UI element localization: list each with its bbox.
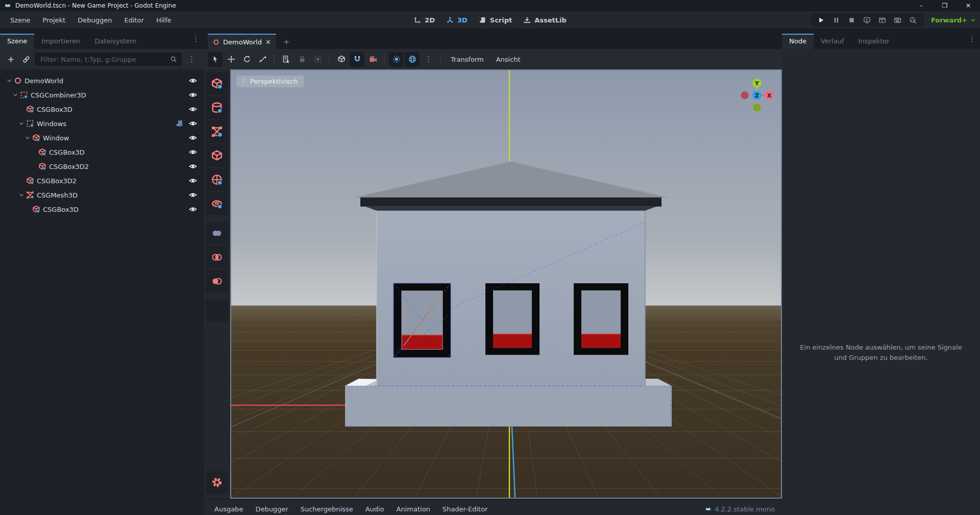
- preview-sun-button[interactable]: [389, 52, 404, 67]
- gizmo-neg-y-ball[interactable]: [753, 104, 761, 111]
- visibility-eye-icon[interactable]: [189, 205, 197, 213]
- collapse-icon[interactable]: [5, 77, 13, 85]
- menu-editor[interactable]: Editor: [118, 13, 150, 27]
- scene-filter-input[interactable]: [39, 55, 167, 64]
- workspace-assetlib-button[interactable]: AssetLib: [523, 16, 567, 24]
- menu-szene[interactable]: Szene: [4, 13, 36, 27]
- tab-dateisystem[interactable]: Dateisystem: [87, 34, 143, 49]
- ansicht-menu[interactable]: Ansicht: [491, 53, 526, 66]
- visibility-eye-icon[interactable]: [189, 162, 197, 170]
- visibility-eye-icon[interactable]: [189, 191, 197, 199]
- movie-maker-icon: [909, 16, 917, 24]
- close-button[interactable]: ✕: [957, 0, 980, 11]
- tree-row-csgmesh3d[interactable]: CSGMesh3D: [0, 188, 204, 202]
- bottom-tab-suchergebnisse[interactable]: Suchergebnisse: [295, 503, 359, 515]
- csg-polygon-button[interactable]: [206, 144, 228, 167]
- sun-environment-menu-icon[interactable]: ⋮: [421, 56, 436, 63]
- csg-box-icon: [211, 78, 223, 90]
- local-space-button[interactable]: [334, 52, 349, 67]
- tree-row-windows[interactable]: Windows: [0, 116, 204, 131]
- gizmo-neg-x-ball[interactable]: [741, 91, 749, 99]
- menu-debuggen[interactable]: Debuggen: [71, 13, 118, 27]
- tab-inspektor[interactable]: Inspektor: [851, 34, 897, 49]
- visibility-eye-icon[interactable]: [189, 77, 197, 85]
- tree-row-csgbox3d2[interactable]: CSGBox3D2: [0, 174, 204, 188]
- visibility-eye-icon[interactable]: [189, 177, 197, 185]
- close-tab-icon[interactable]: ✕: [265, 38, 271, 46]
- bottom-tab-ausgabe[interactable]: Ausgabe: [209, 503, 249, 515]
- lock-node-button[interactable]: [295, 52, 309, 67]
- script-icon[interactable]: [176, 119, 184, 128]
- tab-node[interactable]: Node: [782, 34, 814, 49]
- bottom-tab-shader-editor[interactable]: Shader-Editor: [437, 503, 493, 515]
- csg-sphere-button[interactable]: [206, 168, 228, 191]
- camera-preview-button[interactable]: [365, 52, 380, 67]
- play-scene-button[interactable]: [876, 14, 889, 26]
- projection-menu-button[interactable]: ⋮ Perspektivisch: [236, 76, 304, 87]
- workspace-2d-button[interactable]: 2D: [413, 16, 435, 24]
- visibility-eye-icon[interactable]: [189, 105, 197, 113]
- scene-tab-demoworld[interactable]: DemoWorld ✕: [208, 34, 276, 49]
- csg-subtraction-button[interactable]: [206, 270, 228, 292]
- visibility-eye-icon[interactable]: [189, 134, 197, 142]
- stop-button[interactable]: [845, 14, 859, 26]
- visibility-eye-icon[interactable]: [189, 148, 197, 156]
- viewport-3d[interactable]: Y X Z ⋮ Perspektivisch: [230, 69, 782, 499]
- transform-menu[interactable]: Transform: [445, 53, 489, 66]
- workspace-3d-button[interactable]: 3D: [446, 16, 468, 24]
- bottom-tab-animation[interactable]: Animation: [391, 503, 436, 515]
- tree-row-csgbox3d[interactable]: CSGBox3D: [0, 102, 204, 116]
- movie-maker-button[interactable]: [906, 14, 920, 26]
- left-dock-menu-icon[interactable]: ⋮: [188, 35, 204, 43]
- tab-szene[interactable]: Szene: [0, 34, 34, 49]
- csg-box-button[interactable]: [206, 72, 228, 95]
- menu-projekt[interactable]: Projekt: [36, 13, 71, 27]
- bottom-tab-audio[interactable]: Audio: [360, 503, 390, 515]
- collapse-icon[interactable]: [17, 120, 25, 128]
- csg-union-button[interactable]: [206, 222, 228, 244]
- tab-importieren[interactable]: Importieren: [34, 34, 87, 49]
- list-select-button[interactable]: [279, 52, 293, 67]
- new-scene-tab-button[interactable]: ＋: [276, 34, 297, 49]
- tree-row-window[interactable]: Window: [0, 131, 204, 145]
- add-node-button[interactable]: [4, 53, 17, 66]
- tab-verlauf[interactable]: Verlauf: [814, 34, 851, 49]
- visibility-eye-icon[interactable]: [189, 119, 197, 128]
- play-custom-scene-button[interactable]: [891, 14, 904, 26]
- minimize-button[interactable]: –: [910, 0, 933, 11]
- csg-cylinder-button[interactable]: [206, 96, 228, 119]
- preview-environment-button[interactable]: [405, 52, 420, 67]
- move-tool-button[interactable]: [224, 52, 238, 67]
- instance-scene-button[interactable]: [19, 53, 33, 66]
- restore-button[interactable]: ❐: [933, 0, 957, 11]
- select-tool-button[interactable]: [208, 52, 223, 67]
- group-node-button[interactable]: [310, 52, 325, 67]
- play-button[interactable]: [815, 14, 828, 26]
- collapse-icon[interactable]: [23, 134, 31, 142]
- workspace-script-button[interactable]: Script: [479, 16, 512, 24]
- csg-torus-button[interactable]: [206, 192, 228, 215]
- snap-toggle-button[interactable]: [350, 52, 364, 67]
- collapse-icon[interactable]: [11, 91, 19, 99]
- csg-intersection-button[interactable]: [206, 246, 228, 268]
- visibility-eye-icon[interactable]: [189, 91, 197, 99]
- pause-button[interactable]: [830, 14, 843, 26]
- viewport-3d-scene[interactable]: Y X Z: [231, 70, 781, 498]
- collapse-icon[interactable]: [17, 191, 25, 199]
- renderer-selector[interactable]: Forward+: [931, 16, 976, 24]
- tree-row-csgbox3d2-child[interactable]: CSGBox3D2: [0, 159, 204, 174]
- tree-row-demoworld[interactable]: DemoWorld: [0, 73, 204, 88]
- bottom-tab-debugger[interactable]: Debugger: [250, 503, 293, 515]
- tree-row-csgbox3d-mesh-child[interactable]: CSGBox3D: [0, 202, 204, 216]
- csg-mesh-button[interactable]: [206, 120, 228, 143]
- tree-row-csgbox3d-child[interactable]: CSGBox3D: [0, 145, 204, 159]
- scale-tool-button[interactable]: [255, 52, 270, 67]
- rotate-tool-button[interactable]: [239, 52, 254, 67]
- play-remote-button[interactable]: [861, 14, 874, 26]
- csg-settings-button[interactable]: [206, 471, 228, 494]
- scene-tree-menu-icon[interactable]: ⋮: [184, 56, 200, 63]
- tree-row-csgcombiner3d[interactable]: CSGCombiner3D: [0, 88, 204, 102]
- right-dock-menu-icon[interactable]: ⋮: [964, 35, 980, 43]
- gridmap-button[interactable]: [206, 300, 228, 322]
- menu-hilfe[interactable]: Hilfe: [150, 13, 178, 27]
